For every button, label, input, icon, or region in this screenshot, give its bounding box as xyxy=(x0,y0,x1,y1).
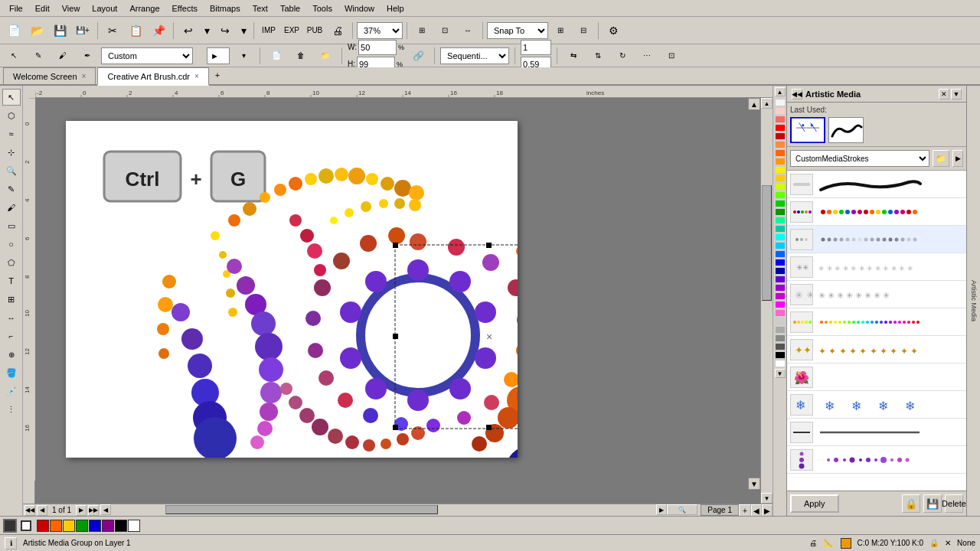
swatch-pink2[interactable] xyxy=(775,309,786,317)
category-select[interactable]: CustomMediaStrokes xyxy=(790,150,929,167)
last-used-thumb-2[interactable] xyxy=(828,117,864,143)
tool-eyedropper[interactable]: 💉 xyxy=(2,383,21,399)
palette-scroll-down[interactable]: ▼ xyxy=(775,369,786,378)
brush-item-10[interactable] xyxy=(787,419,966,446)
save-as-button[interactable]: 💾+ xyxy=(72,21,93,41)
more-btn[interactable]: ⋯ xyxy=(636,46,658,66)
copy-button[interactable]: 📋 xyxy=(125,21,146,41)
scroll-up-btn[interactable]: ▲ xyxy=(748,98,760,110)
swatch-gray1[interactable] xyxy=(775,318,786,325)
tool-zoom[interactable]: 🔍 xyxy=(2,162,21,179)
stroke-type-btn[interactable]: ▾ xyxy=(233,46,254,66)
palette-scroll-up[interactable]: ▲ xyxy=(775,87,786,96)
open-button[interactable]: 📂 xyxy=(26,21,47,41)
swatch-violet[interactable] xyxy=(775,276,786,283)
swatch-orange1[interactable] xyxy=(775,141,786,148)
fill-color-indicator[interactable] xyxy=(3,519,17,533)
b-swatch-white[interactable] xyxy=(128,520,140,532)
canvas-viewport[interactable]: Ctrl + G xyxy=(35,98,760,504)
tool-polygon[interactable]: ⬠ xyxy=(2,254,21,271)
brush-item-5[interactable]: ✳ ✳ ✳ ✳ ✳ ✳ ✳ ✳ ✳ ✳ xyxy=(787,281,966,308)
brush-item-4[interactable]: ✳✳ ✳ ✳ ✳ ✳ ✳ ✳ ✳ ✳ ✳ ✳ ✳ ✳ xyxy=(787,253,966,281)
page-start-btn[interactable]: ◀◀ xyxy=(24,505,35,516)
category-folder-btn[interactable]: 📁 xyxy=(933,150,949,167)
publish-button[interactable]: PUB xyxy=(304,21,325,41)
tool-ellipse[interactable]: ○ xyxy=(2,236,21,253)
brush-item-11[interactable] xyxy=(787,446,966,474)
lock-ratio-btn[interactable]: 🔗 xyxy=(407,46,429,66)
import-button[interactable]: IMP xyxy=(258,21,279,41)
mirror-h-btn[interactable]: ⇆ xyxy=(563,46,584,66)
select-all-btn[interactable]: ↖ xyxy=(3,46,24,66)
tool-crop[interactable]: ⊹ xyxy=(2,144,21,161)
paste-button[interactable]: 📌 xyxy=(148,21,169,41)
swatch-skyblue[interactable] xyxy=(775,242,786,249)
swatch-purple1[interactable] xyxy=(775,284,786,292)
rotate-btn[interactable]: ↻ xyxy=(612,46,633,66)
menu-table[interactable]: Table xyxy=(274,2,306,15)
b-swatch-green[interactable] xyxy=(76,520,88,532)
stroke-color-indicator[interactable] xyxy=(21,520,31,531)
b-swatch-black[interactable] xyxy=(115,520,127,532)
menu-arrange[interactable]: Arrange xyxy=(123,2,165,15)
export-button[interactable]: EXP xyxy=(281,21,302,41)
val1-input[interactable] xyxy=(521,40,551,55)
swatch-blue1[interactable] xyxy=(775,250,786,258)
swatch-white[interactable] xyxy=(775,360,786,367)
tool-fill[interactable]: 🪣 xyxy=(2,364,21,381)
b-swatch-orange[interactable] xyxy=(50,520,62,532)
tool-shape[interactable]: ⬡ xyxy=(2,107,21,124)
swatch-pink[interactable] xyxy=(775,107,786,115)
undo-button[interactable]: ↩ xyxy=(178,21,199,41)
brush-item-6[interactable] xyxy=(787,308,966,336)
page-tab-item[interactable]: Page 1 xyxy=(701,504,739,516)
swatch-green3[interactable] xyxy=(775,208,786,216)
tab-creative-art[interactable]: Creative Art Brush.cdr × xyxy=(97,67,208,86)
new-button[interactable]: 📄 xyxy=(3,21,24,41)
swatch-teal1[interactable] xyxy=(775,217,786,224)
swatch-magenta[interactable] xyxy=(775,301,786,308)
tool-text[interactable]: T xyxy=(2,272,21,289)
panel-menu-btn[interactable]: ▼ xyxy=(951,89,962,99)
delete-stroke-button[interactable]: Delete xyxy=(945,494,963,513)
swatch-darkblue[interactable] xyxy=(775,267,786,275)
tool-freehand[interactable]: ✎ xyxy=(2,181,21,197)
save-button[interactable]: 💾 xyxy=(49,21,70,41)
artistic-btn[interactable]: 🖌 xyxy=(52,46,74,66)
panel-collapse-btn[interactable]: ◀◀ xyxy=(792,89,802,99)
swatch-darkred[interactable] xyxy=(775,132,786,140)
menu-effects[interactable]: Effects xyxy=(166,2,204,15)
status-info-btn[interactable]: ℹ xyxy=(5,537,17,549)
scroll-down-btn[interactable]: ▼ xyxy=(748,478,760,490)
last-used-thumb-1[interactable] xyxy=(790,117,825,143)
tab-welcome-close[interactable]: × xyxy=(82,72,87,80)
brush-item-7[interactable]: ✦✦ ✦ ✦ ✦ ✦ ✦ ✦ ✦ ✦ ✦ ✦ xyxy=(787,336,966,364)
tool-rectangle[interactable]: ▭ xyxy=(2,217,21,234)
browse-btn[interactable]: 📁 xyxy=(315,46,336,66)
brush-item-8[interactable]: 🌺 🌺 🌺 🌺 🌺 🌺 xyxy=(787,364,966,391)
brush-item-1[interactable] xyxy=(787,171,966,198)
artistic-media-side-tab[interactable]: Artistic Media xyxy=(966,86,980,516)
grid-btn[interactable]: ⊟ xyxy=(573,21,594,41)
zoom-fit-button[interactable]: ⊡ xyxy=(434,21,456,41)
brush-item-3[interactable] xyxy=(787,226,966,253)
tool-blend[interactable]: ⊕ xyxy=(2,346,21,363)
swatch-red1[interactable] xyxy=(775,116,786,123)
page-end-btn[interactable]: ▶▶ xyxy=(88,505,99,516)
page-prev-btn[interactable]: ◀ xyxy=(37,505,47,516)
b-swatch-yellow[interactable] xyxy=(63,520,75,532)
sequence-dropdown[interactable]: Sequenti... xyxy=(440,47,509,64)
mirror-v-btn[interactable]: ⇅ xyxy=(587,46,609,66)
del-btn[interactable]: 🗑 xyxy=(290,46,312,66)
swatch-gray3[interactable] xyxy=(775,334,786,342)
page-add-btn[interactable]: + xyxy=(739,504,751,516)
menu-edit[interactable]: Edit xyxy=(29,2,56,15)
options-btn[interactable]: ⚙ xyxy=(603,21,624,41)
page-next-btn[interactable]: ▶ xyxy=(76,505,87,516)
tool-dimension[interactable]: ↔ xyxy=(2,309,21,326)
vscroll-down[interactable]: ▼ xyxy=(761,493,773,504)
swatch-yellow2[interactable] xyxy=(775,174,786,182)
menu-window[interactable]: Window xyxy=(338,2,381,15)
brush-list[interactable]: ✳✳ ✳ ✳ ✳ ✳ ✳ ✳ ✳ ✳ ✳ ✳ ✳ ✳ xyxy=(787,171,966,491)
lock-button[interactable]: 🔒 xyxy=(902,494,920,513)
